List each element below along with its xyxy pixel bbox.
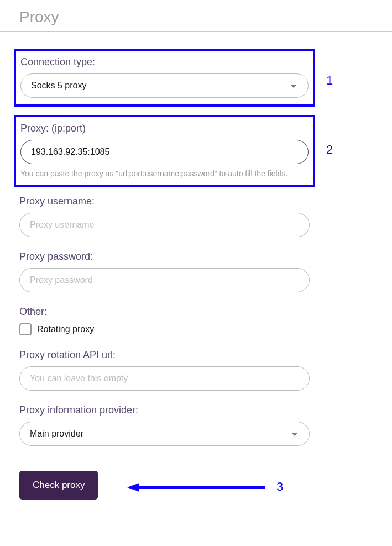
- provider-select[interactable]: [19, 422, 310, 446]
- provider-label: Proxy information provider:: [19, 405, 310, 416]
- proxy-ip-label: Proxy: (ip:port): [20, 123, 309, 134]
- annotation-2: 2: [326, 143, 333, 157]
- rotation-api-label: Proxy rotation API url:: [19, 349, 310, 361]
- divider: [0, 32, 392, 32]
- other-label: Other:: [19, 306, 310, 318]
- proxy-username-label: Proxy username:: [19, 196, 310, 207]
- connection-type-label: Connection type:: [20, 56, 309, 68]
- proxy-ip-input[interactable]: [20, 140, 309, 164]
- page-title: Proxy: [0, 0, 392, 32]
- highlight-box-1: Connection type:: [14, 49, 315, 107]
- annotation-3: 3: [276, 480, 283, 494]
- proxy-ip-help: You can paste the proxy as "url:port:use…: [20, 169, 309, 179]
- arrow-icon: [127, 481, 268, 494]
- proxy-username-input[interactable]: [19, 213, 310, 237]
- svg-marker-1: [127, 483, 139, 492]
- check-proxy-button[interactable]: Check proxy: [19, 471, 98, 500]
- highlight-box-2: Proxy: (ip:port) You can paste the proxy…: [14, 115, 315, 187]
- rotation-api-input[interactable]: [19, 366, 310, 391]
- proxy-password-input[interactable]: [19, 268, 310, 292]
- rotating-proxy-checkbox[interactable]: [19, 323, 32, 335]
- connection-type-select[interactable]: [20, 74, 309, 98]
- rotating-proxy-checkbox-label: Rotating proxy: [37, 324, 94, 334]
- annotation-1: 1: [326, 74, 333, 88]
- proxy-password-label: Proxy password:: [19, 251, 310, 262]
